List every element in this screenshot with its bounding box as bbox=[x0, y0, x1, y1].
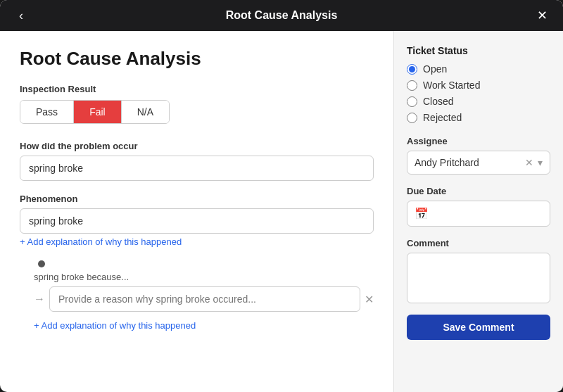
assignee-dropdown-icon[interactable]: ▾ bbox=[538, 157, 543, 168]
add-explanation-1[interactable]: + Add explanation of why this happened bbox=[20, 236, 182, 247]
calendar-icon: 📅 bbox=[415, 207, 429, 220]
inspection-result-group: Inspection Result Pass Fail N/A bbox=[20, 84, 374, 124]
nested-input-row: → ✕ bbox=[34, 286, 374, 312]
status-open-label: Open bbox=[423, 63, 447, 75]
status-rejected-label: Rejected bbox=[423, 112, 462, 123]
clear-nested-button[interactable]: ✕ bbox=[365, 293, 374, 306]
assignee-select[interactable]: Andy Pritchard ✕ ▾ bbox=[407, 151, 550, 175]
problem-label: How did the problem occur bbox=[20, 141, 374, 151]
close-button[interactable]: ✕ bbox=[532, 6, 552, 25]
because-section: spring broke because... → ✕ + Add explan… bbox=[20, 260, 374, 331]
phenomenon-input[interactable] bbox=[20, 208, 374, 234]
assignee-controls: ✕ ▾ bbox=[525, 157, 543, 168]
assignee-clear-icon[interactable]: ✕ bbox=[525, 157, 533, 168]
status-rejected[interactable]: Rejected bbox=[407, 112, 550, 123]
save-comment-button[interactable]: Save Comment bbox=[407, 315, 550, 340]
due-date-input[interactable]: 📅 bbox=[407, 201, 550, 227]
due-date-label: Due Date bbox=[407, 186, 550, 196]
phenomenon-label: Phenomenon bbox=[20, 194, 374, 204]
problem-input[interactable] bbox=[20, 156, 374, 181]
inspection-result-label: Inspection Result bbox=[20, 84, 374, 94]
inspection-buttons: Pass Fail N/A bbox=[20, 100, 170, 124]
problem-group: How did the problem occur bbox=[20, 141, 374, 181]
add-explanation-2[interactable]: + Add explanation of why this happened bbox=[34, 320, 196, 331]
assignee-label: Assignee bbox=[407, 136, 550, 146]
status-work-started[interactable]: Work Started bbox=[407, 80, 550, 91]
status-closed-label: Closed bbox=[423, 96, 454, 107]
back-button[interactable]: ‹ bbox=[11, 6, 31, 25]
dot-connector bbox=[38, 260, 45, 267]
status-closed[interactable]: Closed bbox=[407, 96, 550, 107]
modal-title: Root Cause Analysis bbox=[31, 9, 532, 22]
nested-reason-input[interactable] bbox=[49, 286, 360, 312]
phenomenon-group: Phenomenon + Add explanation of why this… bbox=[20, 194, 374, 248]
modal-header: ‹ Root Cause Analysis ✕ bbox=[0, 0, 563, 31]
comment-textarea[interactable] bbox=[407, 253, 550, 303]
pass-button[interactable]: Pass bbox=[20, 101, 74, 123]
ticket-status-label: Ticket Status bbox=[407, 45, 550, 56]
because-label: spring broke because... bbox=[34, 272, 374, 282]
status-rejected-radio[interactable] bbox=[407, 113, 417, 123]
arrow-icon: → bbox=[34, 293, 45, 305]
page-title: Root Cause Analysis bbox=[20, 48, 374, 70]
assignee-value: Andy Pritchard bbox=[415, 157, 525, 168]
fail-button[interactable]: Fail bbox=[74, 101, 122, 123]
na-button[interactable]: N/A bbox=[122, 101, 169, 123]
left-panel: Root Cause Analysis Inspection Result Pa… bbox=[0, 31, 394, 392]
status-closed-radio[interactable] bbox=[407, 96, 417, 107]
modal-container: ‹ Root Cause Analysis ✕ Root Cause Analy… bbox=[0, 0, 563, 392]
right-panel: Ticket Status Open Work Started Closed R… bbox=[394, 31, 563, 392]
comment-label: Comment bbox=[407, 238, 550, 248]
status-open-radio[interactable] bbox=[407, 64, 417, 75]
status-open[interactable]: Open bbox=[407, 63, 550, 75]
status-work-started-radio[interactable] bbox=[407, 80, 417, 91]
status-work-started-label: Work Started bbox=[423, 80, 480, 91]
ticket-status-radio-group: Open Work Started Closed Rejected bbox=[407, 63, 550, 123]
modal-body: Root Cause Analysis Inspection Result Pa… bbox=[0, 31, 563, 392]
